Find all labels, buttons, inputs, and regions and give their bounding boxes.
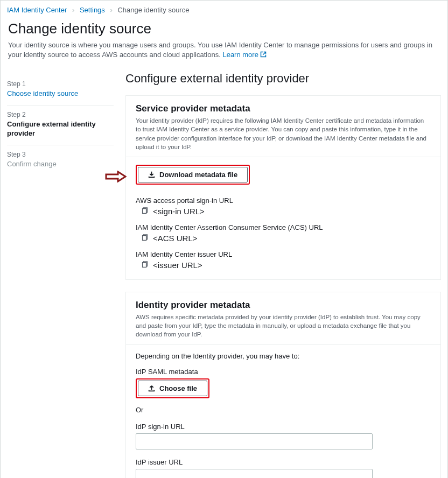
copy-icon[interactable] xyxy=(141,234,149,242)
panel-description: Your identity provider (IdP) requires th… xyxy=(136,116,431,151)
acs-url-label: IAM Identity Center Assertion Consumer S… xyxy=(136,223,431,231)
panel-title: Service provider metadata xyxy=(136,103,431,114)
external-link-icon xyxy=(260,51,267,58)
annotation-arrow xyxy=(105,171,127,182)
chevron-right-icon: › xyxy=(72,6,74,14)
acs-url-value: <ACS URL> xyxy=(153,234,198,243)
issuer-url-value: <issuer URL> xyxy=(153,261,202,270)
idp-signin-input[interactable] xyxy=(136,433,373,449)
page-description: Your identity source is where you manage… xyxy=(8,40,440,60)
page-title: Change identity source xyxy=(8,20,440,37)
step-text: Configure external identity provider xyxy=(7,120,114,138)
wizard-step-1[interactable]: Step 1 Choose identity source xyxy=(7,75,114,105)
section-title: Configure external identity provider xyxy=(125,72,441,86)
breadcrumb: IAM Identity Center › Settings › Change … xyxy=(1,1,447,17)
step-label: Step 3 xyxy=(7,151,114,158)
step-label: Step 2 xyxy=(7,111,114,118)
breadcrumb-link-settings[interactable]: Settings xyxy=(80,6,105,14)
annotation-choosefile-highlight: Choose file xyxy=(136,378,209,398)
sp-metadata-panel: Service provider metadata Your identity … xyxy=(125,95,441,279)
download-metadata-button[interactable]: Download metadata file xyxy=(138,167,248,182)
step-label: Step 1 xyxy=(7,80,114,88)
annotation-download-highlight: Download metadata file xyxy=(136,165,250,185)
breadcrumb-link-iam[interactable]: IAM Identity Center xyxy=(7,6,67,14)
idp-saml-label: IdP SAML metadata xyxy=(136,368,431,376)
chevron-right-icon: › xyxy=(110,6,112,14)
signin-url-label: AWS access portal sign-in URL xyxy=(136,196,431,205)
wizard-sidebar: Step 1 Choose identity source Step 2 Con… xyxy=(7,64,114,478)
signin-url-value: <sign-in URL> xyxy=(153,207,205,216)
copy-icon[interactable] xyxy=(141,207,149,215)
download-icon xyxy=(148,171,155,178)
issuer-url-label: IAM Identity Center issuer URL xyxy=(136,250,431,258)
panel-description: AWS requires specific metadata provided … xyxy=(136,313,431,339)
main-content: Configure external identity provider Ser… xyxy=(125,64,441,478)
idp-metadata-panel: Identity provider metadata AWS requires … xyxy=(125,292,441,478)
copy-icon[interactable] xyxy=(141,261,149,269)
step-text: Choose identity source xyxy=(7,89,114,99)
idp-issuer-label: IdP issuer URL xyxy=(136,458,431,466)
breadcrumb-current: Change identity source xyxy=(117,6,189,14)
page-header: Change identity source Your identity sou… xyxy=(1,17,447,64)
wizard-step-3: Step 3 Confirm change xyxy=(7,145,114,175)
step-text: Confirm change xyxy=(7,159,114,169)
learn-more-link[interactable]: Learn more xyxy=(222,51,266,59)
panel-title: Identity provider metadata xyxy=(136,300,431,311)
upload-icon xyxy=(148,385,155,392)
wizard-step-2: Step 2 Configure external identity provi… xyxy=(7,105,114,145)
page-container: IAM Identity Center › Settings › Change … xyxy=(0,0,448,478)
idp-signin-label: IdP sign-in URL xyxy=(136,423,431,431)
idp-subtext: Depending on the Identity provider, you … xyxy=(136,352,431,360)
idp-issuer-input[interactable] xyxy=(136,469,373,478)
or-separator: Or xyxy=(136,406,431,414)
choose-file-saml-button[interactable]: Choose file xyxy=(138,381,207,396)
